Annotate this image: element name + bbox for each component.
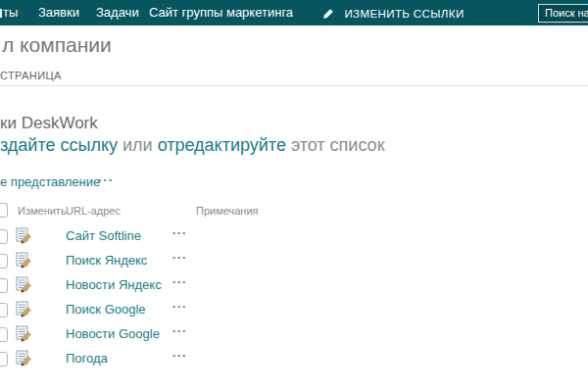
edit-links-button[interactable]: ИЗМЕНИТЬ ССЫЛКИ bbox=[322, 0, 465, 25]
ribbon-divider bbox=[0, 85, 588, 86]
or-text: или bbox=[118, 135, 158, 155]
item-ellipsis[interactable]: ··· bbox=[172, 251, 187, 265]
top-nav-bar: ты Заявки Задачи Сайт группы маркетинга … bbox=[0, 0, 588, 25]
item-ellipsis[interactable]: ··· bbox=[172, 275, 187, 289]
table-row: Погода ··· bbox=[0, 347, 588, 371]
edit-item-icon[interactable] bbox=[16, 301, 32, 318]
row-checkbox[interactable] bbox=[0, 327, 8, 342]
edit-item-icon[interactable] bbox=[16, 325, 32, 342]
link-item[interactable]: Погода bbox=[66, 351, 108, 366]
item-ellipsis[interactable]: ··· bbox=[172, 226, 187, 240]
view-selector: е представление ··· bbox=[0, 174, 100, 189]
search-input[interactable]: Поиск на с bbox=[538, 4, 588, 23]
tab-page[interactable]: СТРАНИЦА bbox=[0, 70, 62, 81]
table-header-row: Изменить URL-адрес Примечания bbox=[0, 201, 588, 224]
link-item[interactable]: Поиск Яндекс bbox=[66, 253, 147, 268]
clipped-letter bbox=[0, 9, 2, 18]
table-row: Поиск Яндекс ··· bbox=[0, 249, 588, 273]
table-row: Поиск Google ··· bbox=[0, 298, 588, 322]
nav-item-zadachi[interactable]: Задачи bbox=[96, 0, 139, 25]
row-checkbox[interactable] bbox=[0, 229, 8, 244]
view-name-link[interactable]: е представление bbox=[0, 174, 100, 189]
list-description: здайте ссылку или отредактируйте этот сп… bbox=[0, 135, 385, 156]
create-link-action[interactable]: здайте ссылку bbox=[0, 135, 118, 155]
table-row: Новости Яндекс ··· bbox=[0, 273, 588, 298]
row-checkbox[interactable] bbox=[0, 254, 8, 269]
sharepoint-links-page: ты Заявки Задачи Сайт группы маркетинга … bbox=[0, 0, 588, 392]
row-checkbox[interactable] bbox=[0, 352, 8, 367]
this-list-text: этот список bbox=[286, 135, 385, 155]
link-item[interactable]: Сайт Softline bbox=[66, 228, 141, 243]
column-header-url[interactable]: URL-адрес bbox=[66, 205, 121, 217]
edit-item-icon[interactable] bbox=[16, 276, 32, 293]
select-all-checkbox[interactable] bbox=[0, 203, 8, 218]
links-table: Изменить URL-адрес Примечания Сайт Softl… bbox=[0, 201, 588, 371]
edit-item-icon[interactable] bbox=[16, 350, 32, 367]
item-ellipsis[interactable]: ··· bbox=[172, 324, 187, 338]
edit-item-icon[interactable] bbox=[16, 227, 32, 244]
column-header-edit: Изменить bbox=[18, 205, 67, 217]
row-checkbox[interactable] bbox=[0, 278, 8, 293]
view-more-ellipsis[interactable]: ··· bbox=[98, 172, 114, 187]
edit-list-action[interactable]: отредактируйте bbox=[158, 135, 286, 155]
edit-links-label: ИЗМЕНИТЬ ССЫЛКИ bbox=[344, 8, 464, 20]
pencil-icon bbox=[322, 2, 334, 27]
item-ellipsis[interactable]: ··· bbox=[172, 300, 187, 314]
list-title: ки DeskWork bbox=[0, 114, 98, 133]
site-title: л компании bbox=[2, 33, 112, 57]
nav-item-zayavki[interactable]: Заявки bbox=[38, 0, 79, 25]
row-checkbox[interactable] bbox=[0, 303, 8, 318]
link-item[interactable]: Поиск Google bbox=[66, 302, 146, 317]
nav-item-marketing-site[interactable]: Сайт группы маркетинга bbox=[149, 0, 293, 25]
link-item[interactable]: Новости Google bbox=[66, 326, 160, 341]
table-row: Новости Google ··· bbox=[0, 322, 588, 347]
nav-item-cutoff[interactable]: ты bbox=[3, 0, 18, 25]
link-item[interactable]: Новости Яндекс bbox=[66, 277, 162, 292]
column-header-notes[interactable]: Примечания bbox=[196, 205, 259, 217]
table-row: Сайт Softline ··· bbox=[0, 224, 588, 249]
item-ellipsis[interactable]: ··· bbox=[172, 349, 187, 363]
edit-item-icon[interactable] bbox=[16, 252, 32, 269]
